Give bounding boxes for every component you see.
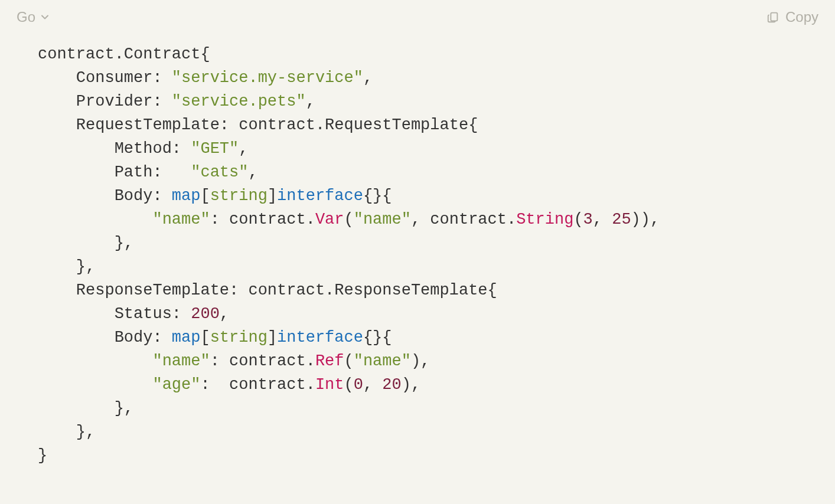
code-token: ),	[402, 376, 420, 394]
code-token: 3	[583, 211, 593, 228]
code-token: contract	[248, 282, 325, 299]
code-token: interface	[277, 187, 363, 205]
code-token: ,	[306, 93, 315, 110]
code-token: :	[210, 211, 229, 228]
code-token: "name"	[354, 211, 411, 228]
code-token: .	[306, 352, 315, 370]
code-token: contract	[430, 211, 507, 228]
code-token: :	[152, 329, 171, 346]
code-token: Status	[115, 305, 172, 323]
code-token: ResponseTemplate	[76, 282, 229, 299]
code-token: {}{	[363, 329, 392, 346]
code-token: contract	[239, 116, 315, 134]
code-token: :	[152, 163, 191, 181]
code-token: ]	[268, 329, 277, 346]
code-token: String	[516, 211, 573, 228]
code-token: contract	[229, 211, 306, 228]
code-token: {}{	[363, 187, 392, 205]
copy-label: Copy	[785, 5, 818, 29]
code-token: }	[38, 447, 47, 464]
code-token: Body	[115, 329, 153, 346]
code-block-toolbar: Go Copy	[0, 0, 835, 34]
code-token: :	[172, 305, 191, 323]
code-block: contract.Contract{ Consumer: "service.my…	[0, 0, 835, 467]
chevron-down-icon	[40, 5, 50, 29]
copy-button[interactable]: Copy	[766, 5, 818, 29]
code-token: Int	[315, 376, 344, 394]
code-token: Method	[115, 140, 172, 158]
code-token: (	[344, 211, 354, 228]
code-token: .	[115, 45, 124, 63]
code-token: contract	[229, 376, 306, 394]
code-token: contract	[38, 45, 115, 63]
code-token: RequestTemplate	[325, 116, 468, 134]
code-token: 25	[612, 211, 631, 228]
code-token: interface	[277, 329, 363, 346]
code-token: },	[76, 258, 95, 276]
code-token: ,	[411, 211, 430, 228]
code-token: (	[344, 376, 354, 394]
code-token: "name"	[152, 352, 210, 370]
code-token: },	[76, 423, 95, 441]
code-token: {	[200, 45, 210, 63]
code-token: [	[200, 187, 210, 205]
code-token: ),	[411, 352, 430, 370]
code-token: [	[200, 329, 210, 346]
language-label: Go	[17, 5, 35, 29]
code-token: map	[172, 187, 201, 205]
code-token: :	[152, 93, 171, 110]
code-token: },	[115, 234, 133, 252]
code-token: ,	[363, 69, 373, 87]
svg-rect-0	[771, 13, 777, 21]
code-token: Var	[315, 211, 344, 228]
code-token: "GET"	[191, 140, 239, 158]
code-token: :	[152, 69, 171, 87]
code-token: 200	[191, 305, 220, 323]
code-token: :	[220, 116, 239, 134]
code-token: "name"	[354, 352, 411, 370]
code-token: :	[152, 187, 171, 205]
code-token: Body	[115, 187, 153, 205]
code-token: "name"	[152, 211, 210, 228]
code-token: string	[210, 187, 268, 205]
code-token: "cats"	[191, 163, 248, 181]
code-token: ]	[268, 187, 277, 205]
code-token: string	[210, 329, 268, 346]
code-token: Path	[115, 163, 153, 181]
code-token: )),	[631, 211, 660, 228]
code-token: Consumer	[76, 69, 153, 87]
code-token: ,	[239, 140, 248, 158]
code-token: ,	[248, 163, 257, 181]
code-token: "service.pets"	[172, 93, 306, 110]
code-token: Provider	[76, 93, 153, 110]
code-token: ,	[220, 305, 229, 323]
code-token: contract	[229, 352, 306, 370]
code-token: :	[210, 352, 229, 370]
code-token: {	[468, 116, 478, 134]
code-token: :	[200, 376, 229, 394]
code-token: {	[488, 282, 497, 299]
code-token: 20	[382, 376, 401, 394]
code-token: ,	[363, 376, 382, 394]
code-token: "age"	[152, 376, 200, 394]
code-token: ,	[593, 211, 612, 228]
clipboard-icon	[766, 11, 779, 24]
language-select[interactable]: Go	[17, 5, 50, 29]
code-token: RequestTemplate	[76, 116, 220, 134]
code-token: },	[115, 400, 133, 417]
code-token: .	[325, 282, 334, 299]
code-token: 0	[354, 376, 363, 394]
code-token: Contract	[124, 45, 201, 63]
code-token: (	[344, 352, 354, 370]
code-token: (	[573, 211, 583, 228]
code-token: ResponseTemplate	[334, 282, 487, 299]
code-token: .	[306, 211, 315, 228]
code-token: :	[229, 282, 248, 299]
code-token: .	[315, 116, 325, 134]
code-token: :	[172, 140, 191, 158]
code-token: "service.my-service"	[172, 69, 363, 87]
code-token: Ref	[315, 352, 344, 370]
code-token: map	[172, 329, 201, 346]
code-token: .	[306, 376, 315, 394]
code-token: .	[507, 211, 516, 228]
